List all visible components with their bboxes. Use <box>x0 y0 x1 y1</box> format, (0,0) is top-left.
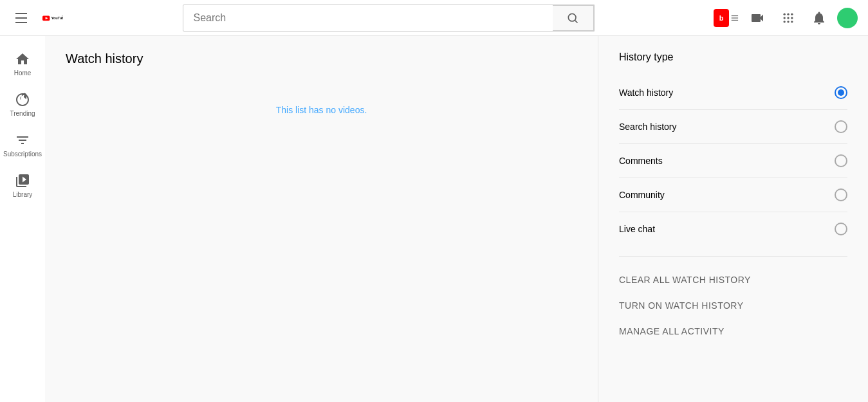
library-icon <box>15 173 30 188</box>
action-btn-2[interactable]: MANAGE ALL ACTIVITY <box>619 318 847 344</box>
home-icon <box>15 51 30 67</box>
svg-point-12 <box>784 17 786 19</box>
history-option-label-1: Search history <box>619 122 676 132</box>
subscriptions-icon <box>15 132 30 148</box>
content-area: Watch history This list has no videos. <box>45 36 598 402</box>
account-icon-btn[interactable]: b <box>714 5 739 31</box>
history-options-list: Watch historySearch historyCommentsCommu… <box>619 76 847 246</box>
svg-point-9 <box>784 13 786 15</box>
svg-point-17 <box>791 21 793 23</box>
history-option-0[interactable]: Watch history <box>619 76 847 110</box>
create-button[interactable] <box>744 5 770 31</box>
grid-icon <box>782 12 795 24</box>
search-bar <box>183 5 595 32</box>
action-btn-1[interactable]: TURN ON WATCH HISTORY <box>619 293 847 318</box>
trending-icon <box>15 92 30 107</box>
svg-line-5 <box>575 20 578 23</box>
sidebar: Home Trending Subscriptions Library <box>0 36 45 402</box>
history-option-label-4: Live chat <box>619 224 655 234</box>
history-option-3[interactable]: Community <box>619 178 847 212</box>
search-icon <box>566 12 579 24</box>
sidebar-item-home-label: Home <box>14 69 32 77</box>
svg-point-15 <box>784 21 786 23</box>
svg-point-13 <box>787 17 789 19</box>
avatar[interactable] <box>837 8 858 28</box>
divider <box>619 256 847 257</box>
sidebar-item-subscriptions-label: Subscriptions <box>3 151 42 158</box>
main-layout: Watch history This list has no videos. H… <box>45 36 868 402</box>
radio-2[interactable] <box>835 154 847 167</box>
svg-point-11 <box>791 13 793 15</box>
search-input[interactable] <box>183 6 553 30</box>
page-title: Watch history <box>66 51 577 66</box>
sidebar-item-trending-label: Trending <box>10 110 35 117</box>
action-buttons-list: CLEAR ALL WATCH HISTORYTURN ON WATCH HIS… <box>619 267 847 344</box>
radio-4[interactable] <box>835 223 847 235</box>
svg-point-14 <box>791 17 793 19</box>
history-option-4[interactable]: Live chat <box>619 212 847 246</box>
history-type-title: History type <box>619 51 847 63</box>
svg-rect-8 <box>732 19 738 20</box>
apps-button[interactable] <box>775 5 801 31</box>
history-option-label-3: Community <box>619 190 665 200</box>
svg-text:YouTube: YouTube <box>51 16 63 20</box>
search-button[interactable] <box>553 5 594 31</box>
history-option-2[interactable]: Comments <box>619 144 847 178</box>
notifications-button[interactable] <box>806 5 832 31</box>
header: YouTube CA b <box>0 0 868 36</box>
radio-0[interactable] <box>835 86 847 99</box>
history-option-label-2: Comments <box>619 156 663 166</box>
account-badge: b <box>714 9 729 27</box>
search-area <box>63 5 714 32</box>
sidebar-item-subscriptions[interactable]: Subscriptions <box>0 125 45 163</box>
svg-point-16 <box>787 21 789 23</box>
svg-point-4 <box>568 14 576 21</box>
svg-rect-7 <box>732 17 738 18</box>
sidebar-item-library[interactable]: Library <box>0 165 45 203</box>
right-panel: History type Watch historySearch history… <box>598 36 868 402</box>
sidebar-item-trending[interactable]: Trending <box>0 84 45 122</box>
radio-1[interactable] <box>835 120 847 133</box>
radio-3[interactable] <box>835 188 847 201</box>
header-left: YouTube CA <box>10 8 63 28</box>
sidebar-item-library-label: Library <box>13 191 33 198</box>
history-option-1[interactable]: Search history <box>619 110 847 144</box>
menu-button[interactable] <box>10 8 32 28</box>
youtube-logo-icon: YouTube CA <box>42 11 63 25</box>
svg-rect-6 <box>732 15 738 15</box>
camera-icon <box>750 10 765 26</box>
list-icon <box>730 13 739 23</box>
bell-icon <box>811 10 827 26</box>
svg-point-10 <box>787 13 789 15</box>
sidebar-item-home[interactable]: Home <box>0 44 45 82</box>
action-btn-0[interactable]: CLEAR ALL WATCH HISTORY <box>619 267 847 293</box>
empty-message: This list has no videos. <box>66 105 577 115</box>
history-option-label-0: Watch history <box>619 87 673 98</box>
header-right: b <box>714 5 858 31</box>
logo[interactable]: YouTube CA <box>42 11 63 25</box>
